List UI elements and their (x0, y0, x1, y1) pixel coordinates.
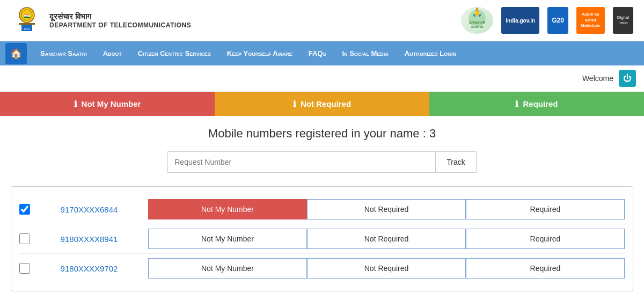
numbers-table: 9170XXXX6844 Not My Number Not Required … (11, 186, 633, 291)
hindi-title: दूरसंचार विभाग (49, 12, 191, 21)
svg-text:🇮🇳: 🇮🇳 (24, 12, 31, 19)
svg-text:GOI: GOI (24, 27, 30, 31)
phone-number-2: 9180XXXX8941 (35, 235, 143, 244)
welcome-text: Welcome (582, 74, 613, 83)
logout-button[interactable]: ⏻ (619, 70, 636, 87)
g20-logo: G20 (547, 7, 568, 34)
row-2-not-my-number-btn[interactable]: Not My Number (148, 229, 307, 249)
phone-number-3: 9180XXXX9702 (35, 264, 143, 273)
nav-keep-aware[interactable]: Keep Yourself Aware (219, 41, 301, 65)
table-row: 9180XXXX8941 Not My Number Not Required … (19, 224, 625, 254)
status-not-my-number: Not My Number (0, 92, 215, 116)
row-1-required-btn[interactable]: Required (466, 199, 625, 219)
row-1-checkbox[interactable] (19, 204, 30, 215)
nav-sanchar-saathi[interactable]: Sanchar Saathi (32, 41, 95, 65)
track-button[interactable]: Track (436, 151, 476, 173)
page-title: Mobile numbers registered in your name :… (11, 127, 633, 141)
nav-faqs[interactable]: FAQs (301, 41, 334, 65)
status-not-required: Not Required (215, 92, 429, 116)
row-3-not-required-btn[interactable]: Not Required (307, 258, 466, 279)
svg-text:🙏: 🙏 (472, 8, 482, 17)
header: 🇮🇳 GOI दूरसंचार विभाग DEPARTMENT OF TELE… (0, 0, 644, 41)
row-2-required-btn[interactable]: Required (466, 229, 625, 249)
svg-text:SANCHAR: SANCHAR (469, 21, 486, 24)
welcome-bar: Welcome ⏻ (0, 65, 644, 92)
table-row: 9180XXXX9702 Not My Number Not Required … (19, 254, 625, 283)
row-2-not-required-btn[interactable]: Not Required (307, 229, 466, 249)
info-icon-orange (293, 99, 296, 109)
home-button[interactable]: 🏠 (5, 43, 27, 64)
sanchar-saathi-logo: 🙏 SANCHAR SAATHI (461, 7, 493, 34)
row-1-actions: Not My Number Not Required Required (148, 199, 625, 219)
header-logo-group: 🇮🇳 GOI दूरसंचार विभाग DEPARTMENT OF TELE… (11, 4, 191, 36)
table-row: 9170XXXX6844 Not My Number Not Required … (19, 195, 625, 224)
svg-text:SAATHI: SAATHI (471, 25, 483, 28)
status-not-my-number-label: Not My Number (82, 99, 141, 108)
emblem-icon: 🇮🇳 GOI (11, 4, 43, 36)
row-3-checkbox[interactable] (19, 263, 30, 274)
india-gov-logo: india.gov.in (501, 7, 539, 34)
status-required: Required (429, 92, 644, 116)
nav-about[interactable]: About (95, 41, 130, 65)
nav-authorized-login[interactable]: Authorized Login (397, 41, 464, 65)
row-3-actions: Not My Number Not Required Required (148, 258, 625, 279)
row-3-required-btn[interactable]: Required (466, 258, 625, 279)
status-required-label: Required (523, 99, 558, 108)
nav-items: Sanchar Saathi About Citizen Centric Ser… (32, 41, 464, 65)
nav-social-media[interactable]: In Social Media (334, 41, 396, 65)
row-1-not-required-btn[interactable]: Not Required (307, 199, 466, 219)
info-icon-red (74, 99, 77, 109)
row-2-actions: Not My Number Not Required Required (148, 229, 625, 249)
partner-logos: 🙏 SANCHAR SAATHI india.gov.in G20 Azadi … (461, 7, 633, 34)
status-not-required-label: Not Required (301, 99, 351, 108)
digital-india-logo: DigitalIndia (613, 7, 633, 34)
info-icon-green (515, 99, 518, 109)
row-1-not-my-number-btn[interactable]: Not My Number (148, 199, 307, 219)
navbar: 🏠 Sanchar Saathi About Citizen Centric S… (0, 41, 644, 65)
request-number-input[interactable] (167, 151, 436, 173)
row-2-checkbox[interactable] (19, 233, 30, 244)
main-content: Mobile numbers registered in your name :… (0, 116, 644, 293)
row-3-not-my-number-btn[interactable]: Not My Number (148, 258, 307, 279)
phone-number-1: 9170XXXX6844 (35, 205, 143, 214)
status-bar: Not My Number Not Required Required (0, 92, 644, 116)
nav-citizen-centric[interactable]: Citizen Centric Services (130, 41, 219, 65)
search-row: Track (11, 151, 633, 173)
header-title: दूरसंचार विभाग DEPARTMENT OF TELECOMMUNI… (49, 12, 191, 29)
azadi-logo: Azadi kaAmritMahotsav (576, 7, 605, 34)
english-title: DEPARTMENT OF TELECOMMUNICATIONS (49, 21, 191, 29)
svg-rect-3 (19, 23, 35, 25)
